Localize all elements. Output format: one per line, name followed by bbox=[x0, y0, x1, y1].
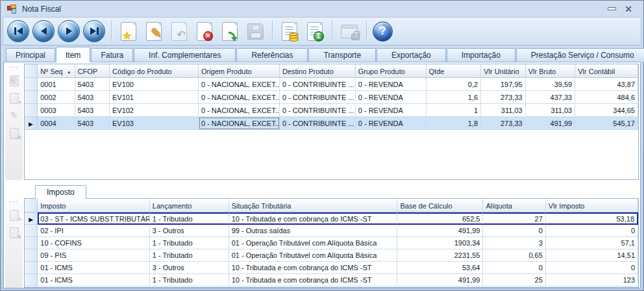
grid-cell[interactable]: 0 bbox=[546, 225, 638, 237]
tab-fatura[interactable]: Fatura bbox=[91, 48, 133, 62]
grid-cell[interactable]: 0 bbox=[483, 225, 545, 237]
grid-cell[interactable]: 491,99 bbox=[397, 274, 483, 286]
column-header[interactable]: Código do Produto bbox=[110, 64, 199, 78]
nav-next-button[interactable] bbox=[58, 20, 80, 42]
grid-cell[interactable]: 5403 bbox=[75, 104, 110, 117]
grid-cell[interactable]: 484,6 bbox=[575, 91, 638, 104]
grid-cell[interactable]: 311,03 bbox=[526, 104, 576, 117]
minimize-button[interactable] bbox=[603, 3, 620, 15]
edit-row-button[interactable]: ✎ bbox=[8, 109, 21, 122]
grid-cell[interactable]: 01 - ICMS bbox=[38, 274, 150, 286]
grid-cell[interactable]: 1 - Tributado bbox=[150, 249, 229, 262]
add-tax-button[interactable]: + bbox=[8, 209, 21, 221]
nav-first-button[interactable] bbox=[7, 20, 29, 42]
grid-cell[interactable]: 0 - REVENDA bbox=[356, 91, 427, 104]
grid-cell[interactable]: 1 - Tributado bbox=[150, 274, 229, 286]
insert-row-button[interactable]: + bbox=[8, 74, 21, 87]
grid-cell[interactable]: 57,1 bbox=[546, 237, 638, 249]
grid-cell[interactable]: 2231,55 bbox=[397, 249, 483, 262]
grid-cell[interactable]: 25 bbox=[483, 274, 545, 286]
row-header[interactable] bbox=[25, 91, 38, 104]
column-header[interactable]: Vlr Contábil bbox=[575, 64, 638, 78]
grid-cell[interactable]: 09 - PIS bbox=[38, 249, 150, 262]
grid-cell[interactable]: 0 - REVENDA bbox=[356, 78, 427, 91]
row-header[interactable]: ▶ bbox=[25, 117, 38, 130]
grid-cell[interactable]: 39,59 bbox=[526, 78, 576, 91]
grid-cell[interactable]: 491,99 bbox=[397, 225, 483, 237]
grid-cell[interactable]: 0 - REVENDA bbox=[356, 104, 427, 117]
column-header[interactable]: Vlr Bruto bbox=[526, 64, 576, 78]
grid-cell[interactable]: 99 - Outras saídas bbox=[229, 225, 398, 237]
grid-cell[interactable]: 53,64 bbox=[397, 262, 483, 274]
delete-tax-button[interactable]: ✕ bbox=[8, 226, 21, 239]
column-header[interactable]: Lançamento bbox=[150, 199, 229, 212]
grid-cell[interactable]: 197,95 bbox=[481, 78, 526, 91]
grid-cell[interactable]: 10 - COFINS bbox=[38, 237, 150, 249]
grid-cell[interactable]: 0,2 bbox=[427, 78, 482, 91]
column-header[interactable]: Imposto bbox=[38, 199, 150, 212]
grid-cell[interactable]: 53,18 bbox=[546, 212, 638, 225]
grid-cell[interactable]: 0 bbox=[483, 262, 545, 274]
lock-button[interactable] bbox=[338, 19, 360, 43]
row-header[interactable] bbox=[25, 225, 38, 237]
tab-item[interactable]: Item bbox=[56, 47, 90, 62]
grid-cell[interactable]: EV101 bbox=[110, 91, 199, 104]
grid-cell[interactable]: 1903,34 bbox=[397, 237, 483, 249]
grid-cell[interactable]: 0 - NACIONAL, EXCET... bbox=[199, 91, 280, 104]
grid-cell[interactable]: 0 - CONTRIBUINTE ... bbox=[280, 91, 356, 104]
grid-cell[interactable]: 1 - Tributado bbox=[150, 237, 229, 249]
grid-cell[interactable]: 0 - NACIONAL, EXCET... bbox=[199, 104, 280, 117]
grid-cell[interactable]: 02 - IPI bbox=[38, 225, 150, 237]
grid-cell[interactable]: 1 bbox=[427, 104, 482, 117]
tab-prestacao-servico-consumo[interactable]: Prestação Serviço / Consumo bbox=[516, 48, 644, 62]
tab-transporte[interactable]: Transporte bbox=[308, 48, 376, 62]
grid-cell[interactable]: 3 bbox=[483, 237, 545, 249]
grid-cell[interactable]: 0 - CONTRIBUINTE ... bbox=[280, 117, 356, 130]
grid-cell[interactable]: 311,03 bbox=[481, 104, 526, 117]
column-header[interactable]: Grupo Produto bbox=[356, 64, 427, 78]
grid-cell[interactable]: 491,99 bbox=[526, 117, 576, 130]
row-header[interactable] bbox=[25, 104, 38, 117]
save-button[interactable] bbox=[244, 19, 266, 43]
grid-cell[interactable]: 652,5 bbox=[397, 212, 483, 225]
grid-cell[interactable]: 0 - NACIONAL, EXCET... bbox=[199, 78, 280, 91]
column-header[interactable]: Origem Produto bbox=[199, 64, 280, 78]
grid-cell[interactable]: 273,33 bbox=[481, 91, 526, 104]
tab-referencias[interactable]: Referências bbox=[236, 48, 308, 62]
grid-cell[interactable]: 0003 bbox=[38, 104, 75, 117]
grid-cell[interactable]: 14,51 bbox=[546, 249, 638, 262]
row-header[interactable] bbox=[25, 274, 38, 286]
grid-cell[interactable]: 01 - Operação Tributável com Alíquota Bá… bbox=[229, 237, 398, 249]
grid-cell[interactable]: 3 - Outros bbox=[150, 262, 229, 274]
grid-cell[interactable]: 10 - Tributada e com cobrança do ICMS -S… bbox=[229, 262, 398, 274]
cancel-record-button[interactable]: ✕ bbox=[193, 19, 216, 43]
row-header[interactable] bbox=[25, 249, 38, 262]
billing-button[interactable] bbox=[279, 19, 301, 43]
tab-imposto[interactable]: Imposto bbox=[35, 185, 86, 199]
column-header[interactable]: Vlr Imposto bbox=[546, 199, 638, 212]
grid-cell[interactable]: 3 - Outros bbox=[150, 225, 229, 237]
grid-cell[interactable]: 437,33 bbox=[526, 91, 576, 104]
grid-cell[interactable]: 5403 bbox=[75, 78, 110, 91]
grid-cell[interactable]: 5403 bbox=[75, 91, 110, 104]
undo-button[interactable]: ↶ bbox=[168, 19, 190, 43]
grid-cell[interactable]: 0 - NACIONAL, EXCET... bbox=[199, 117, 280, 130]
grid-cell[interactable]: 10 - Tributada e com cobrança do ICMS -S… bbox=[229, 212, 398, 225]
close-button[interactable]: ✕ bbox=[620, 3, 637, 15]
new-record-button[interactable]: ★ bbox=[118, 19, 140, 43]
confirm-record-button[interactable] bbox=[219, 19, 241, 43]
grid-cell[interactable]: 123 bbox=[546, 274, 638, 286]
grid-cell[interactable]: 273,33 bbox=[481, 117, 526, 130]
grid-cell[interactable]: 0 - CONTRIBUINTE ... bbox=[280, 78, 356, 91]
grid-cell[interactable]: 0002 bbox=[38, 91, 75, 104]
grid-cell[interactable]: 0004 bbox=[38, 117, 75, 130]
grid-cell[interactable]: 545,17 bbox=[575, 117, 638, 130]
column-header[interactable]: Alíquota bbox=[483, 199, 545, 212]
grid-cell[interactable]: 1 - Tributado bbox=[150, 212, 229, 225]
grid-cell[interactable]: 27 bbox=[483, 212, 545, 225]
help-button[interactable]: ? bbox=[373, 21, 393, 42]
grid-cell[interactable]: 344,65 bbox=[575, 104, 638, 117]
grip-icon[interactable]: ··· bbox=[10, 64, 19, 70]
grid-cell[interactable]: 1,6 bbox=[427, 91, 482, 104]
row-header[interactable]: ▶ bbox=[25, 212, 38, 225]
